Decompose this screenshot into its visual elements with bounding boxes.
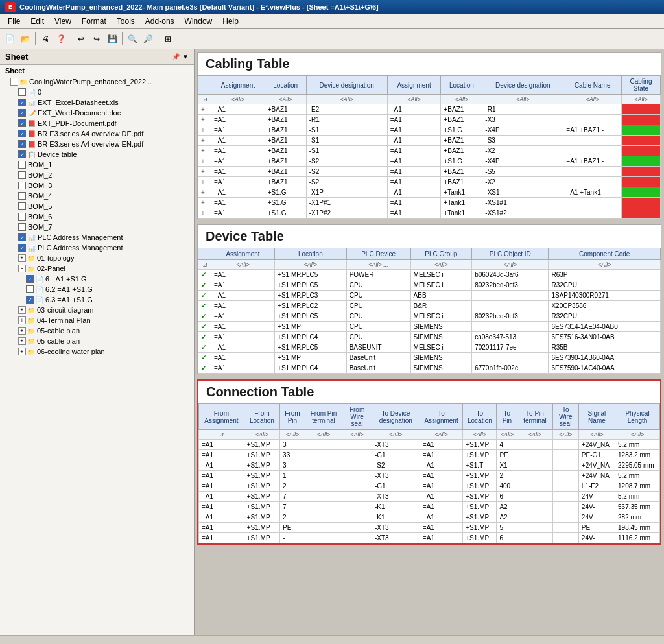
tree-cb-63[interactable]: ✓ <box>26 296 34 304</box>
tree-expand-cooling[interactable]: + <box>18 348 26 355</box>
save-button[interactable]: 💾 <box>105 32 119 46</box>
cabling-expand-10[interactable]: + <box>198 208 211 219</box>
cabling-filter-dev2[interactable]: <All> <box>482 95 563 104</box>
tree-expand-terminal[interactable]: + <box>18 316 26 324</box>
tree-expand-cable2[interactable]: + <box>18 337 26 345</box>
menu-item-file[interactable]: File <box>3 16 25 27</box>
conn-filter-to-dev[interactable]: <All> <box>372 430 420 440</box>
tree-cb-bom2[interactable] <box>18 171 26 179</box>
tree-item-bom3[interactable]: BOM_3 <box>0 180 194 191</box>
tree-expand-cable1[interactable]: + <box>18 327 26 335</box>
tree-item-topology[interactable]: + 📁 01-topology <box>0 253 194 263</box>
tree-cb-bom1[interactable] <box>18 161 26 169</box>
tree-expand-topology[interactable]: + <box>18 254 26 262</box>
cabling-filter-funnel[interactable]: ⊿ <box>198 95 211 104</box>
device-filter-loc[interactable]: <All> <box>275 260 347 270</box>
tree-item-pdf2[interactable]: ✓ 📕 BR E3.series A4 overview DE.pdf <box>0 128 194 139</box>
cabling-filter-assign1[interactable]: <All> <box>211 95 265 104</box>
cabling-expand-9[interactable]: + <box>198 198 211 208</box>
cabling-expand-1[interactable]: + <box>198 115 211 125</box>
menu-item-edit[interactable]: Edit <box>25 16 49 27</box>
conn-filter-to-assign[interactable]: <All> <box>420 430 462 440</box>
cabling-filter-assign2[interactable]: <All> <box>387 95 441 104</box>
conn-filter-signal[interactable]: <All> <box>578 430 615 440</box>
help-button[interactable]: ❓ <box>54 32 68 46</box>
tree-cb-bom4[interactable] <box>18 192 26 200</box>
tree-item-bom4[interactable]: BOM_4 <box>0 191 194 201</box>
tree-item-6[interactable]: ✓ 📄 6 =A1 +S1.G <box>0 274 194 284</box>
conn-filter-length[interactable]: <All> <box>615 430 660 440</box>
tree-item-excel1[interactable]: ✓ 📊 EXT_Excel-Datasheet.xls <box>0 97 194 108</box>
tree-item-word[interactable]: ✓ 📝 EXT_Word-Document.doc <box>0 108 194 118</box>
cabling-expand-3[interactable]: + <box>198 136 211 146</box>
tree-item-panel[interactable]: - 📁 02-Panel <box>0 263 194 274</box>
cabling-filter-loc2[interactable]: <All> <box>441 95 482 104</box>
sheet-pin-button[interactable]: 📌 <box>172 53 180 60</box>
tree-item-cooling[interactable]: + 📁 06-cooling water plan <box>0 346 194 357</box>
cabling-filter-state[interactable]: <All> <box>622 95 661 104</box>
tree-cb-6[interactable]: ✓ <box>26 275 34 283</box>
tree-cb-pdf1[interactable]: ✓ <box>18 119 26 127</box>
conn-filter-funnel[interactable]: ⊿ <box>199 430 244 440</box>
cabling-expand-4[interactable]: + <box>198 146 211 156</box>
tree-item-plc2[interactable]: ✓ 📊 PLC Address Management <box>0 243 194 253</box>
conn-filter-from-pin[interactable]: <All> <box>280 430 305 440</box>
conn-filter-from-pin-term[interactable]: <All> <box>305 430 342 440</box>
tree-cb-plc1[interactable]: ✓ <box>18 233 26 241</box>
tree-item-bom2[interactable]: BOM_2 <box>0 170 194 180</box>
sheet-expand-icon[interactable]: ▼ <box>182 53 189 60</box>
menu-item-tools[interactable]: Tools <box>112 16 140 27</box>
tree-expand-circuit[interactable]: + <box>18 306 26 314</box>
cabling-expand-6[interactable]: + <box>198 167 211 177</box>
open-button[interactable]: 📂 <box>18 32 32 46</box>
conn-filter-to-wire[interactable]: <All> <box>552 430 578 440</box>
device-filter-comp[interactable]: <All> <box>549 260 661 270</box>
tree-cb-62[interactable] <box>26 285 34 293</box>
cabling-expand-8[interactable]: + <box>198 187 211 198</box>
tree-cb-bom7[interactable] <box>18 223 26 231</box>
device-filter-plcdev[interactable]: <All> ... <box>346 260 410 270</box>
tree-expand-panel[interactable]: - <box>18 265 26 272</box>
cabling-filter-dev1[interactable]: <All> <box>306 95 387 104</box>
new-button[interactable]: 📄 <box>3 32 17 46</box>
menu-item-window[interactable]: Window <box>180 16 218 27</box>
device-filter-funnel[interactable]: ⊿ <box>198 260 211 270</box>
tree-item-device-table[interactable]: ✓ 📋 Device table <box>0 149 194 160</box>
tree-cb-0[interactable] <box>18 88 26 96</box>
conn-filter-from-loc[interactable]: <All> <box>244 430 279 440</box>
cabling-expand-0[interactable]: + <box>198 104 211 115</box>
tree-item-plc1[interactable]: ✓ 📊 PLC Address Management <box>0 232 194 243</box>
tree-item-circuit[interactable]: + 📁 03-circuit diagram <box>0 305 194 315</box>
tree-item-terminal[interactable]: + 📁 04-Terminal Plan <box>0 315 194 326</box>
conn-filter-from-wire[interactable]: <All> <box>342 430 372 440</box>
tree-cb-excel1[interactable]: ✓ <box>18 99 26 106</box>
tree-cb-word[interactable]: ✓ <box>18 109 26 117</box>
tree-item-bom7[interactable]: BOM_7 <box>0 222 194 232</box>
tree-cb-bom6[interactable] <box>18 213 26 221</box>
menu-item-view[interactable]: View <box>49 16 77 27</box>
tree-item-pdf1[interactable]: ✓ 📕 EXT_PDF-Document.pdf <box>0 118 194 128</box>
menu-item-help[interactable]: Help <box>217 16 244 27</box>
tree-item-bom5[interactable]: BOM_5 <box>0 201 194 211</box>
tree-cb-bom5[interactable] <box>18 202 26 210</box>
device-filter-plcgrp[interactable]: <All> <box>410 260 472 270</box>
conn-filter-to-pin[interactable]: <All> <box>497 430 517 440</box>
tree-item-root[interactable]: - 📁 CoolingWaterPump_enhanced_2022... <box>0 77 194 87</box>
conn-filter-to-pin-term[interactable]: <All> <box>517 430 552 440</box>
tree-item-62[interactable]: 📄 6.2 =A1 +S1.G <box>0 284 194 294</box>
undo-button[interactable]: ↩ <box>74 32 88 46</box>
tree-item-pdf3[interactable]: ✓ 📕 BR E3.series A4 overview EN.pdf <box>0 139 194 149</box>
cabling-expand-5[interactable]: + <box>198 156 211 167</box>
tree-expand-root[interactable]: - <box>10 78 18 86</box>
cabling-expand-2[interactable]: + <box>198 125 211 136</box>
tree-cb-bom3[interactable] <box>18 182 26 189</box>
device-filter-plcobj[interactable]: <All> <box>472 260 549 270</box>
menu-item-format[interactable]: Format <box>77 16 112 27</box>
grid-button[interactable]: ⊞ <box>161 32 175 46</box>
tree-item-0[interactable]: 📄 0 <box>0 87 194 97</box>
tree-item-cable1[interactable]: + 📁 05-cable plan <box>0 326 194 336</box>
tree-item-bom1[interactable]: BOM_1 <box>0 160 194 170</box>
tree-cb-pdf2[interactable]: ✓ <box>18 130 26 137</box>
cabling-expand-7[interactable]: + <box>198 177 211 187</box>
zoom-in-button[interactable]: 🔍 <box>125 32 139 46</box>
